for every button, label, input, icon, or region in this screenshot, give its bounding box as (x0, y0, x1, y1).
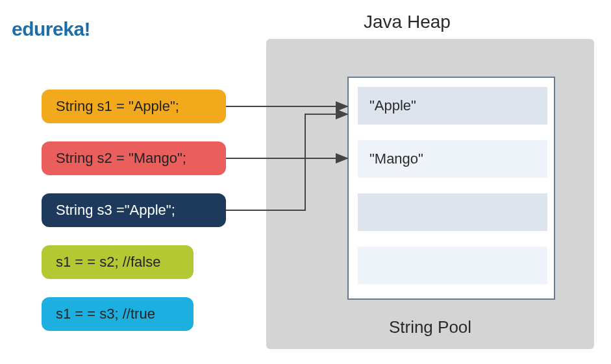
code-cmp1: s1 = = s2; //false (42, 245, 193, 279)
code-s2: String s2 = "Mango"; (42, 141, 226, 175)
heap-title: Java Heap (364, 12, 451, 32)
string-pool-label: String Pool (266, 317, 594, 337)
pool-slot-empty-1 (358, 193, 547, 231)
code-s1: String s1 = "Apple"; (42, 90, 226, 123)
code-cmp2: s1 = = s3; //true (42, 297, 193, 331)
heap-box: "Apple" "Mango" String Pool (266, 39, 594, 349)
pool-slot-apple: "Apple" (358, 87, 547, 125)
code-s3: String s3 ="Apple"; (42, 193, 226, 227)
pool-slot-empty-2 (358, 247, 547, 284)
logo: edureka! (12, 18, 90, 40)
pool-slot-mango: "Mango" (358, 140, 547, 178)
string-pool-box: "Apple" "Mango" (347, 77, 555, 300)
